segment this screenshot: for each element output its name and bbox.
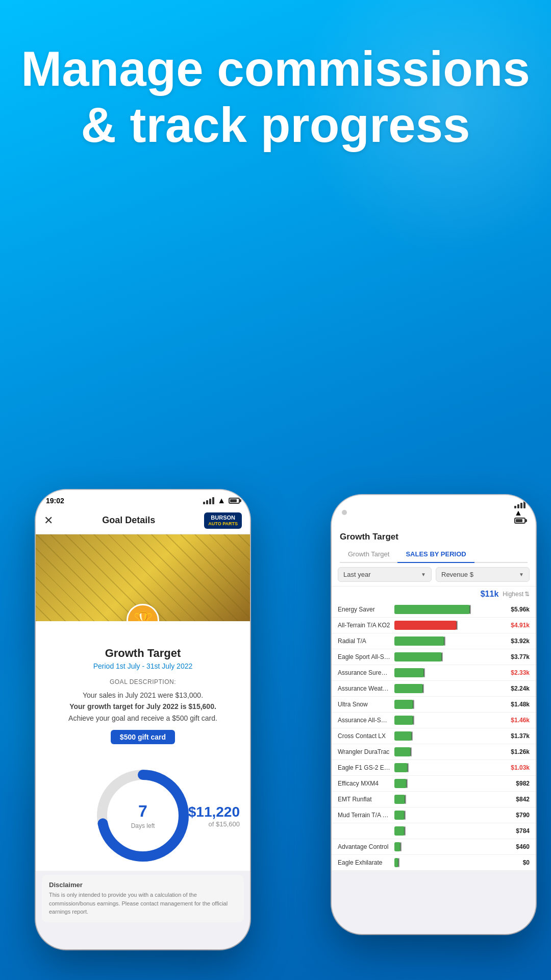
- bar-container: [394, 621, 500, 630]
- donut-center: 7 Days left: [131, 802, 155, 830]
- bar-container: [394, 795, 500, 804]
- sales-value: $1.48k: [504, 701, 530, 708]
- left-phone: 19:02 ▲ ✕ Goal Details BURSON AUTO P: [36, 490, 250, 949]
- days-label: Days left: [131, 822, 155, 829]
- period-value: Last year: [343, 571, 370, 578]
- bar-marker: [410, 747, 412, 756]
- bar-marker: [406, 779, 408, 788]
- bar-marker: [407, 763, 409, 772]
- bar-container: [394, 858, 500, 867]
- sales-list-item: Assurance SureContact RX $2.33k: [332, 665, 536, 681]
- signal-icon-right: [514, 501, 525, 508]
- sales-bar: [394, 747, 411, 756]
- sales-value: $4.91k: [504, 622, 530, 629]
- product-name: Eagle Sport All-Season: [338, 653, 390, 660]
- tab-bar: Growth Target SALES BY PERIOD: [340, 546, 528, 563]
- bar-container: [394, 842, 500, 851]
- product-name: Wrangler DuraTrac: [338, 748, 390, 755]
- right-header: Growth Target Growth Target SALES BY PER…: [332, 527, 536, 563]
- description-label: GOAL DESCRIPTION:: [48, 678, 238, 685]
- signal-bar-2: [206, 500, 208, 504]
- sales-bar: [394, 716, 413, 725]
- signal-bar-1: [203, 502, 205, 504]
- sales-list-item: Eagle Sport All-Season $3.77k: [332, 649, 536, 665]
- hero-section: Manage commissions & track progress: [0, 0, 551, 154]
- bar-marker: [413, 700, 414, 709]
- sales-bar: [394, 668, 424, 677]
- product-name: Eagle F1 GS-2 EMT: [338, 764, 390, 771]
- bar-container: [394, 652, 500, 662]
- donut-section: 7 Days left $11,220 of $15,600: [36, 761, 250, 871]
- bar-container: [394, 636, 500, 646]
- donut-chart: 7 Days left: [92, 765, 194, 867]
- tab-sales-by-period[interactable]: SALES BY PERIOD: [397, 546, 474, 562]
- status-bar-right: ▲: [332, 495, 536, 527]
- sales-list-item: Mud Terrain T/A KM2 $790: [332, 807, 536, 823]
- sales-bar: [394, 842, 400, 851]
- bar-marker: [469, 605, 471, 614]
- bar-container: [394, 668, 500, 677]
- description-text: Your sales in July 2021 were $13,000. Yo…: [48, 690, 238, 724]
- sales-list-item: Eagle Exhilarate $0: [332, 855, 536, 871]
- product-name: Assurance WeatherReady: [338, 685, 390, 692]
- goal-period: Period 1st July - 31st July 2022: [48, 662, 238, 670]
- status-dot: [342, 510, 347, 515]
- sales-bar: [394, 779, 407, 788]
- sales-bar: [394, 605, 469, 614]
- product-name: Eagle Exhilarate: [338, 859, 390, 866]
- sales-value: $3.77k: [504, 653, 530, 660]
- bar-container: [394, 716, 500, 725]
- sales-list: Energy Saver $5.96k All-Terrain T/A KO2 …: [332, 602, 536, 871]
- bar-marker: [400, 842, 402, 851]
- wifi-icon-right: ▲: [514, 508, 522, 517]
- sales-value: $982: [504, 780, 530, 787]
- chevron-down-icon: ▼: [421, 572, 426, 577]
- amount-sub: of $15,600: [188, 820, 240, 828]
- sales-list-item: Eagle F1 GS-2 EMT $1.03k: [332, 760, 536, 776]
- days-count: 7: [131, 802, 155, 821]
- bar-container: [394, 605, 500, 614]
- battery-icon: [229, 498, 240, 504]
- bar-marker: [411, 731, 413, 741]
- close-button[interactable]: ✕: [44, 514, 53, 527]
- product-name: Assurance All-Season: [338, 717, 390, 724]
- product-name: Advantage Control: [338, 843, 390, 850]
- period-filter[interactable]: Last year ▼: [338, 567, 432, 582]
- bar-container: [394, 811, 500, 820]
- sales-bar: [394, 731, 412, 741]
- bar-marker: [422, 684, 424, 693]
- sales-bar: [394, 826, 404, 836]
- sales-bar: [394, 684, 423, 693]
- amount-main: $11,220: [188, 804, 240, 820]
- product-name: Mud Terrain T/A KM2: [338, 812, 390, 819]
- summary-value: $11k: [481, 590, 499, 599]
- metric-filter[interactable]: Revenue $ ▼: [436, 567, 530, 582]
- sales-bar: [394, 795, 405, 804]
- bar-container: [394, 684, 500, 693]
- sales-value: $842: [504, 796, 530, 803]
- product-name: All-Terrain T/A KO2: [338, 622, 390, 629]
- chevron-down-icon-2: ▼: [519, 572, 524, 577]
- sales-value: $1.26k: [504, 748, 530, 755]
- sales-bar: [394, 636, 444, 646]
- sort-badge[interactable]: Highest ⇅: [503, 591, 530, 598]
- sales-value: $3.92k: [504, 638, 530, 645]
- disclaimer-box: Disclaimer This is only intended to prov…: [42, 875, 244, 922]
- sales-bar: [394, 700, 413, 709]
- goal-title: Growth Target: [48, 647, 238, 660]
- status-icons-right: ▲: [514, 501, 525, 524]
- sales-value: $460: [504, 843, 530, 850]
- sales-list-item: Cross Contact LX $1.37k: [332, 728, 536, 744]
- tab-growth-target[interactable]: Growth Target: [340, 546, 397, 562]
- status-icons: ▲: [203, 496, 240, 505]
- right-phone: ▲ Growth Target Growth Target SALES BY P…: [332, 495, 536, 934]
- sales-value: $1.46k: [504, 717, 530, 724]
- sales-list-item: Energy Saver $5.96k: [332, 602, 536, 618]
- sales-list-item: Radial T/A $3.92k: [332, 633, 536, 649]
- sales-value: $2.33k: [504, 669, 530, 676]
- wifi-icon: ▲: [217, 496, 226, 505]
- bar-marker: [398, 858, 399, 867]
- bar-marker: [423, 668, 425, 677]
- sales-list-item: $784: [332, 823, 536, 839]
- disclaimer-title: Disclaimer: [49, 881, 237, 889]
